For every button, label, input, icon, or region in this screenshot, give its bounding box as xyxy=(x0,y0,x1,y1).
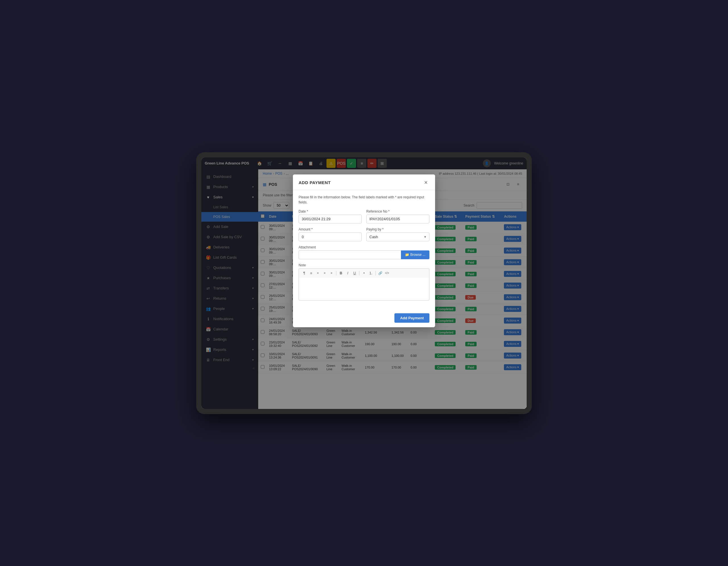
note-align-left-btn[interactable]: ≡ xyxy=(308,270,314,276)
toolbar-separator-2 xyxy=(359,271,359,275)
note-align-center-btn[interactable]: ≡ xyxy=(315,270,321,276)
note-section: Note ¶ ≡ ≡ ≡ ≡ B I U • xyxy=(299,263,429,302)
note-toolbar: ¶ ≡ ≡ ≡ ≡ B I U • 1. xyxy=(299,268,429,278)
amount-group: Amount * xyxy=(299,227,362,241)
modal-close-button[interactable]: ✕ xyxy=(422,179,429,186)
modal-body: Please fill in the information below. Th… xyxy=(293,190,435,311)
attachment-label: Attachment xyxy=(299,245,429,249)
folder-icon: 📁 xyxy=(405,253,409,257)
note-underline-btn[interactable]: U xyxy=(351,270,358,276)
amount-paying-row: Amount * Paying by * Cash Card Online Tr… xyxy=(299,227,429,241)
add-payment-button[interactable]: Add Payment xyxy=(394,313,429,323)
note-paragraph-btn[interactable]: ¶ xyxy=(301,270,307,276)
add-payment-modal: ADD PAYMENT ✕ Please fill in the informa… xyxy=(293,174,435,327)
attachment-row: Attachment 📁 Browse ... xyxy=(299,245,429,259)
modal-overlay[interactable]: ADD PAYMENT ✕ Please fill in the informa… xyxy=(201,157,527,409)
note-link-btn[interactable]: 🔗 xyxy=(377,270,383,276)
note-textarea[interactable] xyxy=(299,278,429,301)
paying-by-select[interactable]: Cash Card Online Transfer Cheque xyxy=(366,232,429,241)
note-justify-btn[interactable]: ≡ xyxy=(328,270,335,276)
date-input[interactable] xyxy=(299,214,362,223)
amount-input[interactable] xyxy=(299,232,362,241)
attachment-input[interactable] xyxy=(299,250,401,259)
note-italic-btn[interactable]: I xyxy=(345,270,351,276)
amount-label: Amount * xyxy=(299,227,362,231)
toolbar-separator-3 xyxy=(375,271,376,275)
note-unordered-list-btn[interactable]: • xyxy=(361,270,367,276)
date-ref-row: Date * Reference No * xyxy=(299,209,429,223)
paying-by-group: Paying by * Cash Card Online Transfer Ch… xyxy=(366,227,429,241)
note-align-right-btn[interactable]: ≡ xyxy=(322,270,328,276)
toolbar-separator xyxy=(336,271,336,275)
modal-instruction: Please fill in the information below. Th… xyxy=(299,195,429,205)
modal-footer: Add Payment xyxy=(293,311,435,327)
modal-title: ADD PAYMENT xyxy=(299,180,331,185)
note-label: Note xyxy=(299,263,429,267)
paying-by-label: Paying by * xyxy=(366,227,429,231)
note-code-btn[interactable]: </> xyxy=(384,270,390,276)
ref-input[interactable] xyxy=(366,214,429,223)
ref-label: Reference No * xyxy=(366,209,429,213)
browse-button[interactable]: 📁 Browse ... xyxy=(401,250,429,259)
note-ordered-list-btn[interactable]: 1. xyxy=(368,270,374,276)
modal-header: ADD PAYMENT ✕ xyxy=(293,174,435,190)
note-bold-btn[interactable]: B xyxy=(338,270,344,276)
date-group: Date * xyxy=(299,209,362,223)
ref-group: Reference No * xyxy=(366,209,429,223)
date-label: Date * xyxy=(299,209,362,213)
